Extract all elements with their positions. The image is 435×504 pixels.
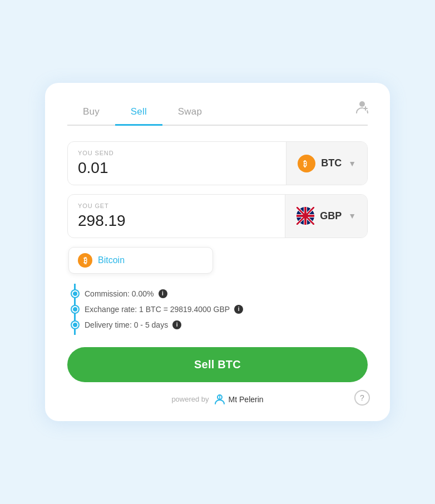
tab-buy[interactable]: Buy <box>67 101 115 126</box>
dot-exchange <box>72 306 78 313</box>
tab-swap[interactable]: Swap <box>162 101 218 126</box>
brand-name: Mt Pelerin <box>229 395 264 404</box>
delivery-text: Delivery time: 0 - 5 days <box>85 320 168 329</box>
bitcoin-dropdown-item[interactable]: ₿ Bitcoin <box>68 247 213 274</box>
footer: powered by Mt Pelerin <box>67 393 368 406</box>
tab-sell[interactable]: Sell <box>115 101 162 126</box>
dot-delivery <box>72 322 78 328</box>
send-currency-label: BTC <box>321 157 342 169</box>
commission-text: Commission: 0.00% <box>85 289 154 298</box>
exchange-rate-text: Exchange rate: 1 BTC = 29819.4000 GBP <box>85 305 230 314</box>
receive-currency-label: GBP <box>320 210 342 222</box>
exchange-info-icon[interactable]: i <box>234 305 243 314</box>
sell-button[interactable]: Sell BTC <box>67 347 368 382</box>
tabs-bar: Buy Sell Swap <box>67 101 368 126</box>
receive-row: YOU GET 298.19 GBP ▼ <box>67 194 368 238</box>
brand-logo: Mt Pelerin <box>214 393 264 406</box>
svg-point-0 <box>359 101 365 107</box>
send-currency-selector[interactable]: ₿ BTC ▼ <box>286 142 367 185</box>
dot-commission <box>72 290 78 297</box>
bitcoin-label: Bitcoin <box>98 255 125 265</box>
commission-info-icon[interactable]: i <box>159 289 167 298</box>
user-icon <box>354 98 370 114</box>
info-lines: Commission: 0.00% i Exchange rate: 1 BTC… <box>74 284 368 335</box>
user-icon-area[interactable] <box>354 98 370 114</box>
receive-label: YOU GET <box>78 202 275 209</box>
receive-input-area[interactable]: YOU GET 298.19 <box>68 195 285 238</box>
svg-text:₿: ₿ <box>303 160 307 168</box>
receive-value[interactable]: 298.19 <box>78 213 275 230</box>
send-chevron-icon: ▼ <box>348 159 356 168</box>
btc-icon: ₿ <box>298 155 315 172</box>
receive-currency-selector[interactable]: GBP ▼ <box>285 195 367 238</box>
powered-by-text: powered by <box>171 395 209 403</box>
info-section: Commission: 0.00% i Exchange rate: 1 BTC… <box>67 284 368 335</box>
main-card: Buy Sell Swap YOU SEND 0.01 ₿ BTC ▼ YOU … <box>45 83 390 421</box>
send-value[interactable]: 0.01 <box>78 160 276 177</box>
send-input-area[interactable]: YOU SEND 0.01 <box>68 142 286 185</box>
delivery-info-icon[interactable]: i <box>172 320 181 329</box>
gbp-flag-icon <box>296 207 314 225</box>
delivery-line: Delivery time: 0 - 5 days i <box>85 317 368 333</box>
commission-line: Commission: 0.00% i <box>85 286 368 302</box>
help-icon[interactable]: ? <box>354 390 370 406</box>
send-row: YOU SEND 0.01 ₿ BTC ▼ <box>67 141 368 185</box>
receive-chevron-icon: ▼ <box>348 211 356 220</box>
pelerin-icon <box>214 393 226 406</box>
bitcoin-coin-icon: ₿ <box>78 253 92 268</box>
send-label: YOU SEND <box>78 150 276 156</box>
exchange-rate-line: Exchange rate: 1 BTC = 29819.4000 GBP i <box>85 302 368 317</box>
